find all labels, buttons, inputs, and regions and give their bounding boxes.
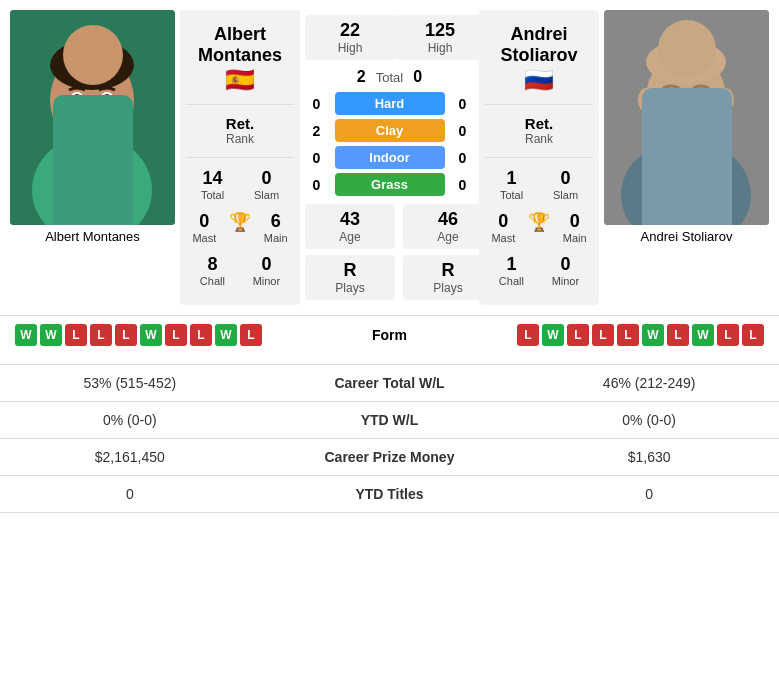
player1-main: 6 Main: [264, 211, 288, 244]
player1-high-label: High: [338, 41, 363, 55]
player1-trophy: 🏆: [229, 211, 251, 244]
player1-plays-val: R: [344, 260, 357, 281]
form-badges-right: LWLLLWLWLL: [454, 324, 765, 346]
player1-chall-val: 8: [207, 254, 217, 275]
form-left-badge-6: L: [165, 324, 187, 346]
hard-btn: Hard: [335, 92, 445, 115]
svg-point-9: [87, 103, 97, 117]
svg-point-8: [104, 94, 110, 100]
svg-point-14: [646, 40, 726, 84]
surface-indoor-row: 0 Indoor 0: [305, 146, 474, 169]
player2-age-val: 46: [438, 209, 458, 230]
player1-chall: 8 Chall: [200, 254, 225, 287]
player2-chall-label: Chall: [499, 275, 524, 287]
player2-name-header: AndreiStoliarov 🇷🇺: [500, 24, 577, 94]
form-right-badge-8: L: [717, 324, 739, 346]
player2-minor-val: 0: [560, 254, 570, 275]
player1-plays-label: Plays: [335, 281, 364, 295]
player1-minor-val: 0: [261, 254, 271, 275]
player2-slam-label: Slam: [553, 189, 578, 201]
clay-right-score: 0: [453, 123, 473, 139]
player2-rank-label: Rank: [525, 132, 553, 146]
stat-left-1: 0% (0-0): [0, 402, 260, 439]
form-right-badge-9: L: [742, 324, 764, 346]
svg-point-21: [681, 101, 691, 115]
player2-high-box: 125 High: [395, 15, 485, 60]
total-left: 2: [357, 68, 366, 86]
stats-row-2: $2,161,450 Career Prize Money $1,630: [0, 439, 779, 476]
player1-stats-row1: 14 Total 0 Slam: [186, 168, 294, 201]
player2-photo: [604, 10, 769, 225]
player2-mast-val: 0: [498, 211, 508, 232]
stats-row-3: 0 YTD Titles 0: [0, 476, 779, 513]
grass-right-score: 0: [453, 177, 473, 193]
player2-name-below: Andrei Stoliarov: [641, 229, 733, 244]
player2-stats-row1: 1 Total 0 Slam: [485, 168, 593, 201]
indoor-btn: Indoor: [335, 146, 445, 169]
stat-label-0: Career Total W/L: [260, 365, 520, 402]
stat-left-3: 0: [0, 476, 260, 513]
stat-right-2: $1,630: [519, 439, 779, 476]
stat-right-0: 46% (212-249): [519, 365, 779, 402]
player1-main-val: 6: [271, 211, 281, 232]
player2-rank-val: Ret.: [525, 115, 553, 132]
total-row: 2 Total 0: [357, 68, 422, 86]
total-right: 0: [413, 68, 422, 86]
svg-point-17: [665, 91, 677, 101]
player1-trophy-icon: 🏆: [229, 211, 251, 233]
form-left-badge-3: L: [90, 324, 112, 346]
player1-slam: 0 Slam: [254, 168, 279, 201]
form-section: WWLLLWLLWL Form LWLLLWLWLL: [0, 315, 779, 354]
form-label: Form: [330, 327, 450, 343]
grass-btn: Grass: [335, 173, 445, 196]
hard-right-score: 0: [453, 96, 473, 112]
stats-row-1: 0% (0-0) YTD W/L 0% (0-0): [0, 402, 779, 439]
player2-chall: 1 Chall: [499, 254, 524, 287]
player1-mast-val: 0: [199, 211, 209, 232]
player2-mast: 0 Mast: [491, 211, 515, 244]
player1-total-val: 14: [203, 168, 223, 189]
form-right-badge-0: L: [517, 324, 539, 346]
player2-plays-label: Plays: [433, 281, 462, 295]
player2-mast-label: Mast: [491, 232, 515, 244]
player1-plays-box: R Plays: [305, 255, 395, 300]
player2-main-val: 0: [570, 211, 580, 232]
form-left-badge-8: W: [215, 324, 237, 346]
svg-point-15: [638, 88, 654, 112]
player2-plays-val: R: [442, 260, 455, 281]
svg-point-6: [74, 94, 80, 100]
player2-slam: 0 Slam: [553, 168, 578, 201]
form-left-badge-2: L: [65, 324, 87, 346]
player1-high-val: 22: [340, 20, 360, 41]
svg-point-7: [101, 92, 113, 102]
player2-main: 0 Main: [563, 211, 587, 244]
player2-stats-row2: 0 Mast 🏆 0 Main: [485, 211, 593, 244]
svg-point-18: [668, 93, 674, 99]
player2-flag: 🇷🇺: [524, 66, 554, 94]
svg-point-4: [50, 40, 134, 90]
hard-left-score: 0: [307, 96, 327, 112]
player1-age-label: Age: [339, 230, 360, 244]
player2-slam-val: 0: [561, 168, 571, 189]
right-player-section: Andrei Stoliarov: [604, 10, 769, 305]
stat-label-3: YTD Titles: [260, 476, 520, 513]
player1-mast-label: Mast: [192, 232, 216, 244]
player1-minor: 0 Minor: [253, 254, 281, 287]
indoor-right-score: 0: [453, 150, 473, 166]
svg-point-16: [718, 88, 734, 112]
player1-rank-label: Rank: [226, 132, 254, 146]
surface-hard-row: 0 Hard 0: [305, 92, 474, 115]
form-right-badge-1: W: [542, 324, 564, 346]
svg-rect-2: [78, 120, 107, 155]
svg-point-20: [698, 93, 704, 99]
player2-trophy: 🏆: [528, 211, 550, 244]
stat-right-3: 0: [519, 476, 779, 513]
stats-row-0: 53% (515-452) Career Total W/L 46% (212-…: [0, 365, 779, 402]
form-left-badge-4: L: [115, 324, 137, 346]
player2-total-val: 1: [507, 168, 517, 189]
age-plays-row: 43 Age 46 Age: [305, 204, 474, 249]
player1-total-label: Total: [201, 189, 224, 201]
grass-left-score: 0: [307, 177, 327, 193]
left-player-section: Albert Montanes: [10, 10, 175, 305]
surfaces-section: 2 Total 0 0 Hard 0 2 Clay 0 0 Indoor: [305, 68, 474, 196]
